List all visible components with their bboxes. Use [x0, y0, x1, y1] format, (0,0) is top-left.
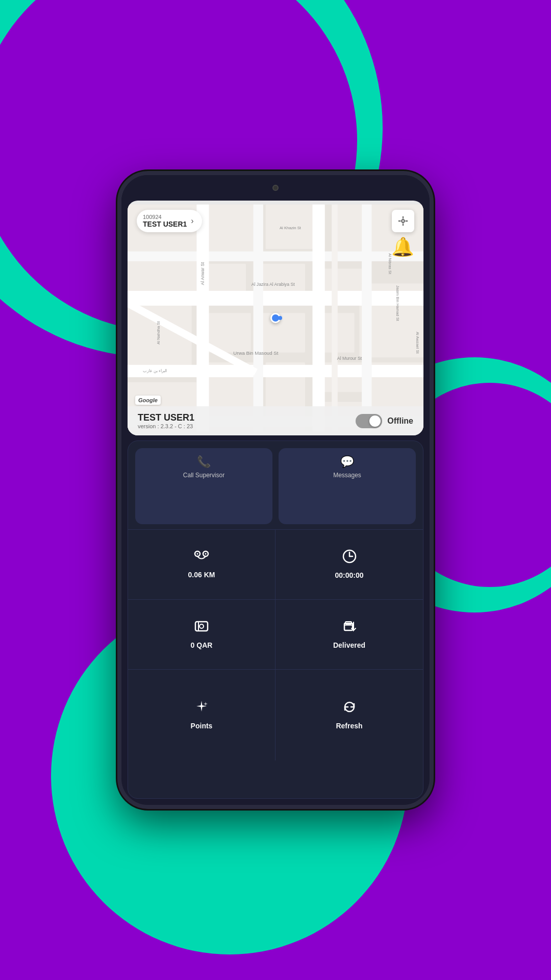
bottom-panel: 📞 Call Supervisor 💬 Messages [128, 440, 423, 799]
svg-rect-20 [128, 365, 423, 377]
map-container: Al Anwar St Al Jazira Al Arabiya St Urwa… [128, 201, 423, 435]
clock-icon [342, 549, 357, 567]
points-label: Points [191, 722, 213, 730]
map-status-bar: TEST USER1 version : 2.3.2 - C : 23 Offl… [128, 406, 423, 435]
money-svg [194, 619, 209, 633]
route-icon [194, 550, 209, 563]
svg-rect-51 [195, 622, 208, 631]
chevron-right-icon: › [191, 216, 193, 226]
phone-notch [255, 181, 296, 195]
delivered-stat[interactable]: Delivered [276, 600, 423, 669]
svg-rect-19 [128, 291, 423, 306]
phone-top-bar [121, 175, 430, 201]
location-button[interactable] [392, 210, 414, 232]
points-button[interactable]: Points [128, 670, 276, 761]
svg-text:Al Anwar St: Al Anwar St [200, 262, 205, 285]
svg-rect-22 [128, 252, 423, 261]
offline-status-label: Offline [387, 416, 413, 426]
refresh-icon [342, 700, 357, 718]
phone-frame: Al Anwar St Al Jazira Al Arabiya St Urwa… [117, 171, 434, 809]
svg-rect-11 [261, 313, 305, 352]
svg-rect-4 [207, 205, 256, 254]
front-camera [272, 185, 279, 191]
svg-rect-24 [313, 205, 325, 432]
delivered-icon [342, 619, 357, 637]
svg-text:Al Khazin St: Al Khazin St [280, 226, 302, 230]
svg-text:البراء بن عازب: البراء بن عازب [143, 369, 167, 373]
delivered-svg [342, 619, 357, 633]
map-version-label: version : 2.3.2 - C : 23 [138, 423, 194, 429]
google-logo: Google [135, 396, 161, 405]
svg-text:Jasim Bin Hamad St: Jasim Bin Hamad St [395, 285, 400, 322]
call-supervisor-button[interactable]: 📞 Call Supervisor [135, 448, 272, 524]
svg-text:Al Awzael St: Al Awzael St [415, 332, 420, 354]
svg-point-39 [402, 219, 405, 223]
svg-point-45 [197, 553, 198, 555]
action-buttons-row: 📞 Call Supervisor 💬 Messages [128, 441, 423, 529]
svg-text:Urwa Bin Masoud St: Urwa Bin Masoud St [233, 351, 278, 356]
messages-button[interactable]: 💬 Messages [279, 448, 416, 524]
clock-svg [342, 549, 357, 564]
messages-label: Messages [333, 472, 361, 479]
svg-text:Al Jazira Al Arabiya St: Al Jazira Al Arabiya St [252, 282, 295, 287]
payment-value: 0 QAR [191, 641, 213, 649]
phone-icon: 📞 [197, 455, 211, 469]
map-user-id: 100924 [143, 214, 187, 220]
stats-grid: 0.06 KM 00:00:00 [128, 529, 423, 670]
refresh-button[interactable]: Refresh [276, 670, 423, 761]
distance-value: 0.06 KM [188, 571, 215, 579]
call-supervisor-label: Call Supervisor [183, 472, 224, 479]
message-icon: 💬 [340, 455, 354, 469]
star-sparkle-svg [194, 700, 209, 714]
svg-point-52 [199, 624, 204, 628]
quick-actions-grid: Points Refresh [128, 669, 423, 761]
online-offline-toggle[interactable] [356, 414, 382, 428]
timer-value: 00:00:00 [335, 571, 363, 579]
status-toggle-area[interactable]: Offline [356, 414, 413, 428]
refresh-label: Refresh [336, 722, 362, 730]
side-button [432, 338, 434, 379]
payment-stat[interactable]: 0 QAR [128, 600, 276, 669]
map-user-name: TEST USER1 [143, 220, 187, 228]
svg-rect-26 [254, 205, 263, 432]
refresh-svg [342, 700, 357, 714]
svg-text:Al Murour St: Al Murour St [337, 356, 362, 361]
timer-stat[interactable]: 00:00:00 [276, 530, 423, 600]
points-icon [194, 700, 209, 718]
payment-icon [194, 619, 209, 637]
map-status-username: TEST USER1 [138, 412, 194, 423]
distance-icon [194, 550, 209, 567]
svg-rect-25 [362, 205, 371, 432]
delivered-label: Delivered [333, 641, 365, 649]
distance-stat[interactable]: 0.06 KM [128, 530, 276, 600]
crosshair-icon [397, 215, 409, 227]
svg-rect-23 [196, 205, 209, 432]
svg-point-47 [205, 553, 207, 555]
map-user-badge[interactable]: 100924 TEST USER1 › [137, 210, 202, 232]
bell-icon[interactable]: 🔔 [391, 236, 414, 258]
svg-text:Al Nahdha St: Al Nahdha St [156, 321, 161, 344]
user-location-dot [270, 313, 281, 323]
